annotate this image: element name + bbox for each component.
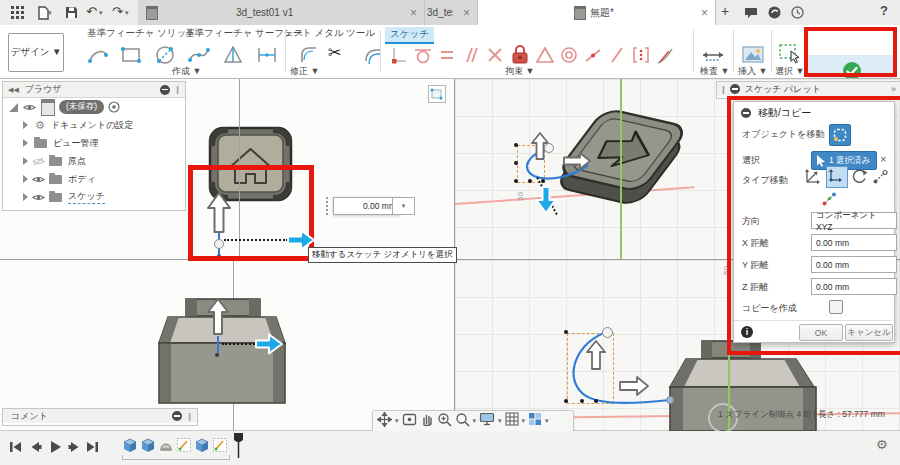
- constraint-midpoint-icon[interactable]: [582, 44, 604, 70]
- move-right-arrow[interactable]: [562, 151, 592, 171]
- modify-group-label[interactable]: 修正 ▼: [290, 65, 319, 78]
- comment-bubble-icon[interactable]: [742, 4, 760, 21]
- constraint-curvature-icon[interactable]: [654, 44, 676, 70]
- new-tab-icon[interactable]: +: [721, 3, 729, 19]
- spline-endpoint[interactable]: [602, 327, 613, 338]
- dimension-input[interactable]: 0.00 mm: [333, 197, 401, 215]
- grid-settings-icon[interactable]: [505, 412, 519, 430]
- timeline-skip-end-icon[interactable]: [86, 440, 100, 458]
- comment-minimize-icon[interactable]: [172, 411, 182, 421]
- constraint-collinear-icon[interactable]: [606, 44, 628, 70]
- browser-row-bodies[interactable]: ボディ: [3, 170, 185, 188]
- dimension-dropdown-icon[interactable]: ▾: [392, 197, 415, 215]
- file-menu-caret-icon[interactable]: ▾: [48, 9, 52, 17]
- drag-right-blue-arrow[interactable]: [254, 332, 284, 356]
- inspect-group-label[interactable]: 検査 ▼: [700, 65, 729, 78]
- zoom-window-caret-icon[interactable]: ▾: [473, 417, 477, 425]
- app-grid-icon[interactable]: [8, 4, 26, 21]
- timeline-skip-start-icon[interactable]: [8, 440, 22, 458]
- select-group-label[interactable]: 選択 ▼: [775, 65, 804, 78]
- look-at-icon[interactable]: [402, 412, 417, 430]
- viewports-caret-icon[interactable]: ▾: [545, 417, 549, 425]
- constraint-horizontal-vertical-icon[interactable]: [388, 44, 410, 70]
- browser-row-views[interactable]: ビュー管理: [3, 134, 185, 152]
- expand-triangle-icon[interactable]: [23, 139, 28, 147]
- sketch-endpoint[interactable]: [215, 353, 219, 357]
- settings-gear-icon[interactable]: ⚙: [876, 437, 888, 452]
- pan-hand-icon[interactable]: [420, 412, 434, 430]
- sketch-palette-header[interactable]: ❙ スケッチ パレット »: [717, 82, 900, 96]
- trim-scissors-icon[interactable]: ✂: [328, 43, 341, 62]
- tab-close-icon[interactable]: ×: [463, 7, 470, 19]
- orbit-caret-icon[interactable]: ▾: [395, 417, 399, 425]
- constraint-polygon-icon[interactable]: [534, 44, 556, 70]
- sketch-spline-curve[interactable]: [560, 327, 680, 411]
- timeline-feature-revolve-icon[interactable]: [158, 437, 174, 457]
- constraints-group-label[interactable]: 拘束 ▼: [505, 65, 534, 78]
- modeling-viewport[interactable]: 移動するスケッチ ジオメトリを選択 0.00 mm ▾ ◀◀ ブラウザ ❙ (未…: [0, 78, 900, 431]
- timeline-play-icon[interactable]: [48, 439, 63, 459]
- document-tab-1[interactable]: 3d_test01 v1 ×: [138, 0, 425, 25]
- job-status-icon[interactable]: [765, 4, 783, 21]
- sketch-dimension-icon[interactable]: [254, 42, 280, 72]
- browser-row-origin[interactable]: 原点: [3, 152, 185, 170]
- timeline-feature-sketch-icon[interactable]: [212, 437, 228, 457]
- comment-grip-icon[interactable]: ❙: [186, 412, 193, 421]
- viewports-icon[interactable]: [528, 412, 542, 430]
- comment-header[interactable]: コメント ❙: [3, 409, 197, 423]
- control-point[interactable]: [514, 143, 518, 147]
- control-point[interactable]: [564, 399, 568, 403]
- palette-minimize-icon[interactable]: [730, 84, 740, 94]
- timeline-position-marker[interactable]: [232, 433, 244, 463]
- timeline-step-forward-icon[interactable]: [68, 440, 82, 458]
- expand-triangle-icon[interactable]: [23, 121, 28, 129]
- document-tab-active[interactable]: 無題* ×: [478, 0, 716, 25]
- control-point[interactable]: [514, 161, 518, 165]
- ribbon-tab-sketch-active[interactable]: スケッチ: [385, 27, 434, 44]
- sketch-polygon-icon[interactable]: [220, 42, 246, 72]
- browser-row-document[interactable]: (未保存): [3, 98, 185, 116]
- browser-row-sketches[interactable]: スケッチ: [3, 188, 185, 206]
- constraint-parallel-icon[interactable]: [460, 44, 482, 70]
- visibility-eye-icon[interactable]: [23, 103, 36, 112]
- expand-triangle-icon[interactable]: [23, 157, 28, 165]
- undo-caret-icon[interactable]: ▾: [99, 9, 103, 17]
- expand-triangle-icon[interactable]: [23, 175, 28, 183]
- history-clock-icon[interactable]: [788, 4, 806, 21]
- control-point[interactable]: [514, 179, 518, 183]
- document-tab-2[interactable]: 3d_test02 v1 ×: [425, 0, 478, 25]
- display-settings-caret-icon[interactable]: ▾: [498, 417, 502, 425]
- help-icon[interactable]: ?: [880, 3, 888, 18]
- visibility-hidden-eye-icon[interactable]: [32, 157, 45, 166]
- control-point[interactable]: [564, 330, 568, 334]
- move-up-arrow[interactable]: [206, 297, 230, 337]
- spline-endpoint[interactable]: [544, 143, 554, 153]
- document-name-badge[interactable]: (未保存): [59, 100, 104, 114]
- save-icon[interactable]: [62, 4, 80, 21]
- sketch-line-icon[interactable]: [85, 42, 111, 72]
- workspace-selector[interactable]: デザイン ▼: [8, 33, 64, 72]
- move-up-arrow[interactable]: [585, 339, 607, 371]
- control-point[interactable]: [541, 179, 545, 183]
- timeline-feature-extrude-icon[interactable]: [194, 437, 210, 457]
- browser-minimize-icon[interactable]: [160, 85, 170, 95]
- zoom-window-icon[interactable]: [455, 412, 470, 431]
- tab-close-icon[interactable]: ×: [410, 7, 417, 19]
- palette-grip-icon[interactable]: ❙: [720, 85, 727, 94]
- browser-grip-icon[interactable]: ❙: [174, 85, 181, 94]
- spline-endpoint[interactable]: [666, 396, 674, 404]
- palette-expand-icon[interactable]: »: [891, 84, 896, 94]
- redo-icon[interactable]: ↷: [112, 4, 123, 19]
- timeline-feature-extrude-icon[interactable]: [122, 437, 138, 457]
- sketch-plane-icon[interactable]: [428, 85, 446, 103]
- sketch-rectangle-icon[interactable]: [118, 42, 144, 72]
- visibility-eye-icon[interactable]: [32, 193, 45, 202]
- visibility-eye-icon[interactable]: [32, 175, 45, 184]
- browser-header[interactable]: ◀◀ ブラウザ ❙: [3, 82, 185, 98]
- constraint-symmetry-icon[interactable]: [630, 44, 652, 70]
- undo-icon[interactable]: ↶: [86, 4, 97, 19]
- control-point[interactable]: [594, 399, 598, 403]
- display-settings-icon[interactable]: [479, 412, 495, 430]
- create-group-label[interactable]: 作成 ▼: [172, 65, 201, 78]
- control-point[interactable]: [580, 399, 584, 403]
